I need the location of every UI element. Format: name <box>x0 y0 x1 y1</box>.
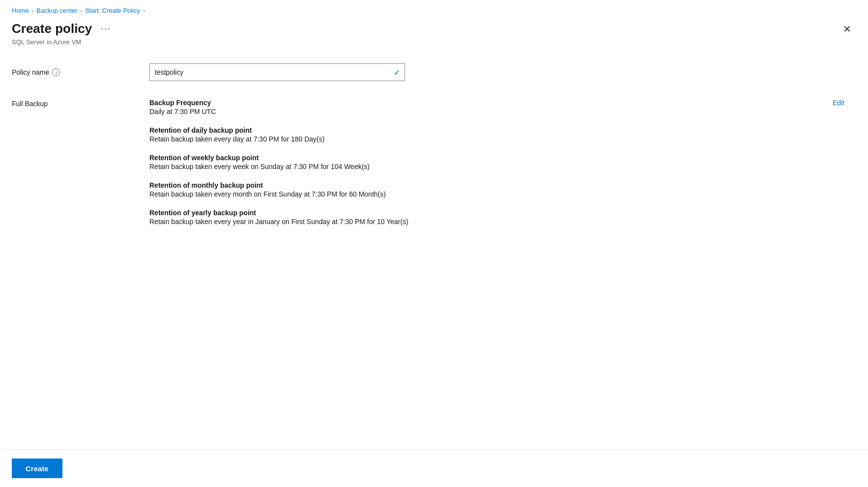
full-backup-content: Backup Frequency Daily at 7:30 PM UTC Re… <box>149 99 854 236</box>
page-header: Create policy ··· SQL Server in Azure VM… <box>0 17 868 54</box>
daily-retention-block: Retention of daily backup point Retain b… <box>149 126 823 143</box>
policy-name-input[interactable] <box>149 63 405 81</box>
monthly-retention-title: Retention of monthly backup point <box>149 181 823 189</box>
title-area: Create policy ··· SQL Server in Azure VM <box>12 21 115 46</box>
weekly-retention-value: Retain backup taken every week on Sunday… <box>149 163 823 171</box>
page-subtitle: SQL Server in Azure VM <box>12 38 115 46</box>
monthly-retention-block: Retention of monthly backup point Retain… <box>149 181 823 198</box>
breadcrumb-home[interactable]: Home <box>12 7 29 14</box>
chevron-icon-1: › <box>32 8 34 14</box>
policy-name-row: Policy name i ✓ <box>12 58 854 81</box>
backup-frequency-block: Backup Frequency Daily at 7:30 PM UTC <box>149 99 823 115</box>
close-button[interactable]: ✕ <box>840 21 854 37</box>
daily-retention-title: Retention of daily backup point <box>149 126 823 134</box>
chevron-icon-3: › <box>143 8 145 14</box>
policy-name-label: Policy name i <box>12 68 149 76</box>
create-button[interactable]: Create <box>12 458 62 478</box>
full-backup-edit-link[interactable]: Edit <box>823 99 854 107</box>
page-wrapper: Home › Backup center › Start: Create Pol… <box>0 0 868 487</box>
full-backup-section: Full Backup Backup Frequency Daily at 7:… <box>12 99 854 236</box>
breadcrumb: Home › Backup center › Start: Create Pol… <box>0 0 868 17</box>
breadcrumb-create-policy[interactable]: Start: Create Policy <box>85 7 140 14</box>
chevron-icon-2: › <box>80 8 82 14</box>
yearly-retention-title: Retention of yearly backup point <box>149 209 823 217</box>
section-header-row: Backup Frequency Daily at 7:30 PM UTC Re… <box>149 99 854 236</box>
policy-name-info-icon[interactable]: i <box>52 68 60 76</box>
page-title: Create policy <box>12 21 92 36</box>
policy-name-input-wrapper: ✓ <box>149 63 405 81</box>
weekly-retention-title: Retention of weekly backup point <box>149 154 823 162</box>
valid-check-icon: ✓ <box>394 68 400 77</box>
yearly-retention-block: Retention of yearly backup point Retain … <box>149 209 823 226</box>
backup-frequency-title: Backup Frequency <box>149 99 823 107</box>
daily-retention-value: Retain backup taken every day at 7:30 PM… <box>149 135 823 143</box>
backup-details: Backup Frequency Daily at 7:30 PM UTC Re… <box>149 99 823 236</box>
footer: Create <box>0 449 868 487</box>
yearly-retention-value: Retain backup taken every year in Januar… <box>149 218 823 226</box>
main-content: Policy name i ✓ Full Backup Backup Frequ… <box>0 54 868 449</box>
full-backup-label: Full Backup <box>12 99 149 108</box>
more-options-button[interactable]: ··· <box>97 22 115 36</box>
breadcrumb-backup-center[interactable]: Backup center <box>36 7 77 14</box>
backup-frequency-value: Daily at 7:30 PM UTC <box>149 108 823 115</box>
weekly-retention-block: Retention of weekly backup point Retain … <box>149 154 823 171</box>
monthly-retention-value: Retain backup taken every month on First… <box>149 190 823 198</box>
